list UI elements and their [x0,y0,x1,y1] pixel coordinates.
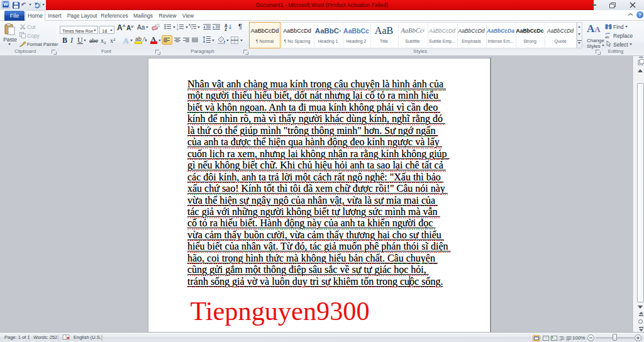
svg-text:1: 1 [177,24,179,27]
svg-text:Z: Z [225,27,227,31]
svg-text:ab: ab [605,35,609,39]
svg-text:2: 2 [177,28,179,31]
